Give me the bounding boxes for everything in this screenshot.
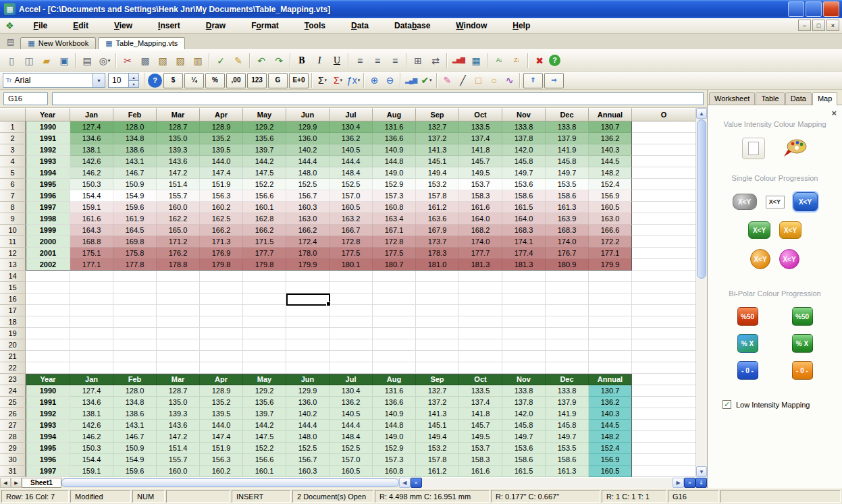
row-header[interactable]: 2 <box>0 133 26 144</box>
cell[interactable]: 1996 <box>26 454 70 466</box>
sheet-nav-left-button[interactable]: ◀ <box>0 478 11 488</box>
cell[interactable]: 149.5 <box>459 431 502 443</box>
cell[interactable]: 147.4 <box>200 431 243 443</box>
cell[interactable]: 147.5 <box>243 167 286 179</box>
menu-help[interactable]: Help <box>500 20 543 32</box>
cell[interactable] <box>632 408 695 420</box>
cell[interactable] <box>632 156 695 167</box>
cell[interactable]: 138.1 <box>70 408 113 420</box>
cell[interactable]: 142.6 <box>70 156 113 167</box>
cell[interactable]: 160.5 <box>589 466 632 477</box>
cell[interactable]: 138.1 <box>70 144 113 156</box>
cell[interactable]: 146.7 <box>113 431 157 443</box>
cell[interactable] <box>286 271 330 282</box>
draw-ellipse-button[interactable]: ○ <box>487 74 501 88</box>
cell[interactable] <box>459 339 502 351</box>
cell[interactable]: 130.7 <box>589 385 632 397</box>
cell[interactable]: 151.9 <box>200 443 243 454</box>
cell[interactable]: 169.8 <box>113 236 157 248</box>
sum-button[interactable]: Σ▾ <box>315 74 330 88</box>
cell[interactable]: Mar <box>157 374 200 385</box>
cell[interactable]: 149.7 <box>546 431 589 443</box>
column-header-may[interactable]: May <box>243 108 286 121</box>
cell[interactable]: 145.8 <box>502 156 546 167</box>
cell[interactable]: 181.0 <box>416 259 459 271</box>
cell[interactable]: 164.5 <box>113 225 157 236</box>
cell[interactable] <box>546 351 589 362</box>
comma-format-button[interactable]: ,00 <box>226 73 246 88</box>
merge-cells-button[interactable]: ⇄ <box>427 53 444 69</box>
cell[interactable] <box>70 362 113 374</box>
cell[interactable]: 130.4 <box>330 385 373 397</box>
cell[interactable] <box>373 282 416 293</box>
column-header-apr[interactable]: Apr <box>200 108 243 121</box>
column-header-year[interactable]: Year <box>26 108 70 121</box>
cell[interactable]: 134.6 <box>70 133 113 144</box>
cell[interactable] <box>632 328 695 339</box>
cell[interactable] <box>546 293 589 305</box>
cell[interactable]: 137.9 <box>546 133 589 144</box>
cell[interactable] <box>589 351 632 362</box>
cell[interactable]: 157.3 <box>373 454 416 466</box>
row-header[interactable]: 18 <box>0 316 26 328</box>
cell[interactable]: 153.7 <box>459 443 502 454</box>
cell[interactable]: 134.6 <box>70 397 113 408</box>
cell[interactable]: 144.5 <box>589 420 632 431</box>
print-button[interactable]: ▤ <box>79 53 95 69</box>
cell[interactable]: 139.3 <box>157 144 200 156</box>
cell[interactable]: 135.2 <box>200 397 243 408</box>
row-header[interactable]: 5 <box>0 167 26 179</box>
cell[interactable]: 160.5 <box>330 466 373 477</box>
cell[interactable]: 136.2 <box>589 397 632 408</box>
column-header-annual[interactable]: Annual <box>589 108 632 121</box>
cell[interactable]: 140.3 <box>589 408 632 420</box>
cell[interactable]: 146.2 <box>70 167 113 179</box>
cell[interactable]: 172.8 <box>330 236 373 248</box>
cell[interactable] <box>416 293 459 305</box>
cell[interactable]: 160.5 <box>330 202 373 213</box>
cell[interactable]: 147.4 <box>200 167 243 179</box>
cell[interactable]: 136.6 <box>373 133 416 144</box>
cell[interactable]: 164.3 <box>70 225 113 236</box>
cell[interactable]: Jun <box>286 374 330 385</box>
cell[interactable]: 128.7 <box>157 385 200 397</box>
cell[interactable]: 153.7 <box>459 179 502 190</box>
cell[interactable]: Annual <box>589 374 632 385</box>
align-center-button[interactable]: ≡ <box>369 53 386 69</box>
cell[interactable]: 156.7 <box>286 454 330 466</box>
cell[interactable]: 149.0 <box>373 431 416 443</box>
cell[interactable] <box>70 351 113 362</box>
cell[interactable]: 152.2 <box>243 179 286 190</box>
percent-format-button[interactable]: % <box>205 73 225 88</box>
cell[interactable]: 127.4 <box>70 385 113 397</box>
cell[interactable]: 167.1 <box>373 225 416 236</box>
row-header[interactable]: 1 <box>0 121 26 133</box>
cell[interactable]: 166.2 <box>200 225 243 236</box>
cell[interactable] <box>286 339 330 351</box>
cell[interactable] <box>416 305 459 316</box>
cell[interactable]: 163.0 <box>286 213 330 225</box>
cell[interactable]: 177.4 <box>502 248 546 259</box>
cell[interactable]: 141.9 <box>546 144 589 156</box>
cell[interactable] <box>546 282 589 293</box>
menu-format[interactable]: Format <box>238 20 292 32</box>
cell[interactable]: 140.9 <box>373 408 416 420</box>
cell[interactable]: 142.6 <box>70 420 113 431</box>
cell[interactable]: 128.0 <box>113 385 157 397</box>
cell[interactable] <box>243 351 286 362</box>
cell[interactable] <box>373 293 416 305</box>
cell[interactable] <box>330 351 373 362</box>
spell-check-button[interactable]: ✓ <box>213 53 229 69</box>
cell[interactable]: 142.0 <box>502 144 546 156</box>
cell[interactable] <box>157 293 200 305</box>
cell[interactable] <box>632 385 695 397</box>
cell[interactable] <box>157 351 200 362</box>
cell[interactable]: Sep <box>416 374 459 385</box>
row-header[interactable]: 11 <box>0 236 26 248</box>
cell[interactable]: 152.4 <box>589 443 632 454</box>
cut-button[interactable]: ✂ <box>120 53 136 69</box>
cell[interactable]: 144.4 <box>286 420 330 431</box>
cell[interactable] <box>157 282 200 293</box>
cell[interactable]: 166.7 <box>330 225 373 236</box>
column-header-jan[interactable]: Jan <box>70 108 113 121</box>
